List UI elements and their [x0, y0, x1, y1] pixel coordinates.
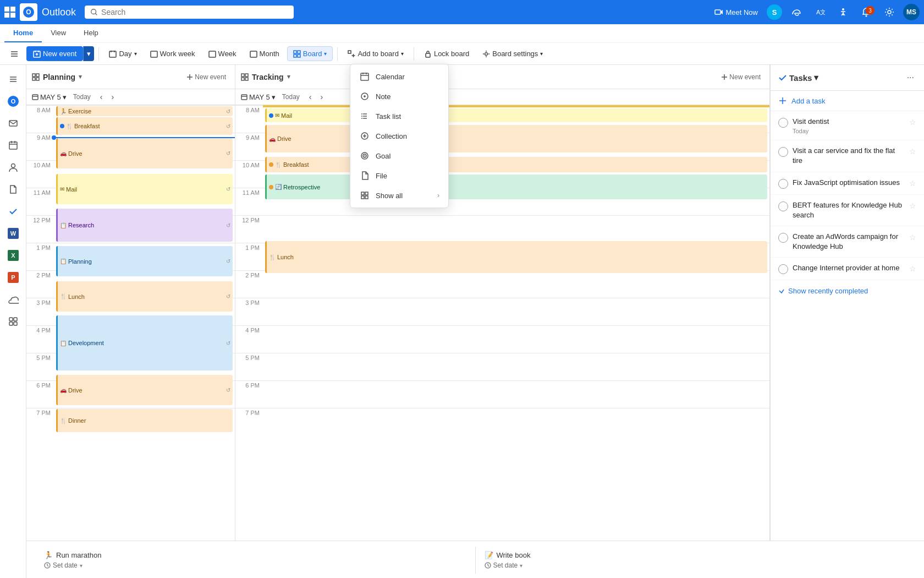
tracking-new-event[interactable]: New event: [718, 72, 764, 83]
tracking-next[interactable]: ›: [318, 91, 326, 102]
board-settings-button[interactable]: Board settings ▾: [477, 47, 548, 61]
task-star-adwords[interactable]: ☆: [909, 233, 916, 242]
marathon-date[interactable]: Set date ▾: [44, 561, 466, 569]
settings-button[interactable]: [880, 5, 899, 19]
task-internet[interactable]: Change Internet provider at home ☆: [771, 258, 924, 280]
sidebar-item-mail[interactable]: [3, 113, 23, 133]
notifications-wrap[interactable]: 3: [857, 5, 876, 19]
skype-button[interactable]: S: [767, 4, 782, 20]
planning-date[interactable]: MAY 5 ▾: [32, 93, 67, 101]
week-button[interactable]: Week: [203, 47, 242, 61]
dropdown-collection[interactable]: Collection: [350, 126, 448, 146]
sidebar-item-files[interactable]: [3, 179, 23, 199]
task-adwords[interactable]: Create an AdWords campaign for Knowledge…: [771, 226, 924, 258]
search-bar[interactable]: [85, 6, 294, 19]
board-button[interactable]: Board ▾: [287, 46, 333, 61]
sidebar-item-people[interactable]: [3, 157, 23, 177]
sidebar-item-apps[interactable]: [3, 312, 23, 331]
tasks-more-button[interactable]: ···: [905, 70, 916, 85]
event-retrospective[interactable]: 🔄 Retrospective: [265, 175, 767, 199]
event-development[interactable]: 📋 Development ↺: [56, 315, 233, 370]
event-lunch-p[interactable]: 🍴 Lunch ↺: [56, 281, 233, 312]
task-javascript[interactable]: Fix JavaScript optimisation issues ☆: [771, 172, 924, 195]
event-research[interactable]: 📋 Research ↺: [56, 209, 233, 242]
sidebar-item-menu[interactable]: [3, 69, 23, 89]
dropdown-show-all[interactable]: Show all ›: [350, 186, 448, 205]
dropdown-goal[interactable]: Goal: [350, 146, 448, 166]
task-circle-dentist[interactable]: [778, 118, 788, 128]
work-week-button[interactable]: Work week: [145, 47, 201, 61]
planning-next[interactable]: ›: [109, 91, 117, 102]
dropdown-file[interactable]: File: [350, 166, 448, 186]
event-lunch-t[interactable]: 🍴 Lunch: [265, 241, 767, 273]
new-event-button[interactable]: New event: [26, 46, 83, 61]
task-star-bert[interactable]: ☆: [909, 201, 916, 210]
day-button[interactable]: Day ▾: [103, 47, 142, 61]
new-event-dropdown[interactable]: ▾: [83, 46, 94, 61]
add-to-board-button[interactable]: Add to board ▾: [342, 47, 409, 61]
translator-button[interactable]: A文: [811, 5, 829, 19]
sidebar-item-onedrive[interactable]: [3, 290, 23, 309]
task-visit-dentist[interactable]: Visit dentist Today ☆: [771, 111, 924, 140]
event-breakfast-t[interactable]: 🍴 Breakfast: [265, 157, 767, 172]
skype-icon-wrap[interactable]: S: [767, 4, 782, 20]
sidebar-item-word[interactable]: W: [3, 223, 23, 243]
hamburger-button[interactable]: [4, 47, 24, 61]
task-circle-car[interactable]: [778, 147, 788, 157]
tracking-date[interactable]: MAY 5 ▾: [241, 93, 276, 101]
show-completed[interactable]: Show recently completed: [771, 280, 924, 302]
sidebar-item-todo[interactable]: [3, 201, 23, 221]
sidebar-item-excel[interactable]: X: [3, 246, 23, 265]
sidebar-item-outlook[interactable]: O: [3, 91, 23, 111]
app-grid-icon[interactable]: [4, 7, 15, 18]
planning-prev[interactable]: ‹: [97, 91, 106, 102]
task-star-dentist[interactable]: ☆: [909, 118, 916, 127]
edge-icon-wrap[interactable]: [787, 4, 806, 20]
task-circle-adwords[interactable]: [778, 233, 788, 243]
event-exercise[interactable]: 🏃 Exercise ↺: [56, 106, 233, 116]
tracking-title[interactable]: Tracking ▾: [241, 73, 290, 81]
planning-title[interactable]: Planning ▾: [32, 73, 82, 81]
planning-new-event[interactable]: New event: [183, 72, 229, 83]
month-button[interactable]: Month: [244, 47, 285, 61]
task-car-service[interactable]: Visit a car service and fix the flat tir…: [771, 140, 924, 172]
lock-board-button[interactable]: Lock board: [419, 47, 475, 61]
avatar[interactable]: MS: [903, 4, 920, 20]
accessibility-button[interactable]: [834, 5, 853, 19]
tab-help[interactable]: Help: [75, 24, 107, 42]
meet-now-button[interactable]: Meet Now: [710, 6, 762, 19]
event-dinner[interactable]: 🍴 Dinner: [56, 409, 233, 432]
dropdown-note[interactable]: Note: [350, 86, 448, 106]
event-drive-p1[interactable]: 🚗 Drive ↺: [56, 138, 233, 168]
tab-home[interactable]: Home: [4, 24, 42, 42]
event-drive-p2[interactable]: 🚗 Drive ↺: [56, 375, 233, 405]
event-mail-p[interactable]: ✉ Mail ↺: [56, 174, 233, 204]
add-task-row[interactable]: Add a task: [771, 91, 924, 111]
event-breakfast-p[interactable]: 🍴 Breakfast ↺: [56, 117, 233, 135]
dropdown-calendar[interactable]: Calendar: [350, 67, 448, 86]
task-star-internet[interactable]: ☆: [909, 264, 916, 273]
sidebar-item-calendar[interactable]: [3, 135, 23, 155]
svg-rect-30: [294, 54, 296, 57]
tasks-chevron[interactable]: ▾: [814, 73, 818, 83]
tracking-prev[interactable]: ‹: [306, 91, 315, 102]
task-circle-internet[interactable]: [778, 264, 788, 274]
task-star-js[interactable]: ☆: [909, 179, 916, 188]
tab-view[interactable]: View: [42, 24, 75, 42]
task-star-car[interactable]: ☆: [909, 147, 916, 156]
task-circle-bert[interactable]: [778, 201, 788, 211]
event-drive-t[interactable]: 🚗 Drive: [265, 125, 767, 152]
bottom-task-book[interactable]: 📝 Write book Set date ▾: [476, 547, 916, 574]
tracking-today-btn[interactable]: Today: [279, 91, 303, 102]
dropdown-task-list[interactable]: Task list: [350, 106, 448, 126]
event-mail-t[interactable]: ✉ Mail: [265, 108, 767, 122]
book-date[interactable]: Set date ▾: [485, 561, 907, 569]
bottom-task-marathon[interactable]: 🏃 Run marathon Set date ▾: [35, 547, 476, 574]
sidebar-item-powerpoint[interactable]: P: [3, 268, 23, 287]
planning-today-btn[interactable]: Today: [70, 91, 94, 102]
search-input[interactable]: [101, 8, 288, 17]
task-circle-js[interactable]: [778, 179, 788, 189]
task-bert[interactable]: BERT features for Knowledge Hub search ☆: [771, 195, 924, 226]
edge-button[interactable]: [787, 4, 806, 20]
event-planning-p[interactable]: 📋 Planning ↺: [56, 246, 233, 276]
